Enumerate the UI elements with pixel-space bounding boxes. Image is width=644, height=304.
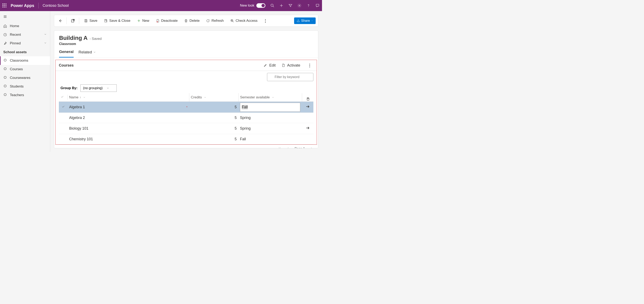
table-row[interactable]: Algebra 1*5Fall <box>59 102 314 113</box>
open-new-window-button[interactable] <box>69 17 76 25</box>
puzzle-icon <box>3 85 7 88</box>
home-icon <box>3 24 7 28</box>
column-header-semester[interactable]: Semester available <box>238 93 302 102</box>
semester-input[interactable]: Fall <box>240 103 300 112</box>
subgrid-activate-button[interactable]: Activate <box>282 63 300 68</box>
chevron-down-icon <box>272 96 274 99</box>
svg-line-1 <box>273 6 274 7</box>
app-launcher-icon[interactable] <box>2 4 6 8</box>
sidebar-item-label: Coursewares <box>10 76 30 80</box>
table-row[interactable]: Biology 1015Spring <box>59 123 314 134</box>
subgrid-edit-button[interactable]: Edit <box>264 63 276 68</box>
check-access-label: Check Access <box>236 19 258 23</box>
row-open-arrow[interactable] <box>302 102 314 113</box>
command-more-button[interactable]: ⋮ <box>262 17 269 25</box>
back-button[interactable] <box>56 17 64 25</box>
tab-related[interactable]: Related <box>78 50 96 58</box>
svg-point-4 <box>299 5 300 6</box>
select-all-header[interactable] <box>59 93 68 102</box>
column-header-credits[interactable]: Credits <box>189 93 238 102</box>
sidebar-item-students[interactable]: Students <box>0 82 50 91</box>
delete-label: Delete <box>190 19 200 23</box>
required-asterisk-icon: * <box>186 106 188 109</box>
cell-credits[interactable]: 5 <box>189 102 238 113</box>
row-checkbox[interactable] <box>59 134 68 144</box>
deactivate-label: Deactivate <box>161 19 178 23</box>
nav-recent[interactable]: Recent <box>0 30 50 39</box>
row-checkbox[interactable] <box>59 102 68 113</box>
nav-home[interactable]: Home <box>0 22 50 30</box>
nav-pinned[interactable]: Pinned <box>0 39 50 48</box>
groupby-select[interactable]: (no grouping) <box>80 84 117 92</box>
new-look-toggle[interactable] <box>256 3 266 8</box>
arrow-right-icon <box>306 105 310 109</box>
sidebar-item-label: Students <box>10 84 24 89</box>
form-title: Building A <box>59 35 88 41</box>
sidebar-item-label: Classrooms <box>10 59 28 63</box>
column-name-label: Name <box>69 95 78 99</box>
cell-semester[interactable]: Spring <box>238 123 302 134</box>
table-row[interactable]: Algebra 25Spring <box>59 113 314 123</box>
subgrid-activate-label: Activate <box>287 63 300 68</box>
table-row[interactable]: Chemistry 1015Fall <box>59 134 314 144</box>
filter-input-wrap <box>267 73 314 81</box>
add-icon[interactable] <box>279 4 284 8</box>
courses-table: Name ↑ Credits <box>59 93 314 144</box>
assistant-icon[interactable] <box>316 4 320 8</box>
document-icon <box>282 63 285 67</box>
sidebar-item-coursewares[interactable]: Coursewares <box>0 74 50 82</box>
cell-credits[interactable]: 5 <box>189 123 238 134</box>
row-open-arrow[interactable] <box>302 123 314 134</box>
filter-icon[interactable] <box>288 4 292 8</box>
column-header-name[interactable]: Name ↑ <box>68 93 189 102</box>
edit-icon <box>264 63 267 67</box>
sidebar-collapse-button[interactable] <box>0 14 50 21</box>
cell-credits[interactable]: 5 <box>189 113 238 123</box>
tab-related-label: Related <box>78 50 92 54</box>
row-checkbox[interactable] <box>59 123 68 134</box>
cell-name[interactable]: Biology 101 <box>68 123 189 134</box>
help-icon[interactable] <box>306 4 310 8</box>
cell-semester[interactable]: Fall <box>238 102 302 113</box>
refresh-button[interactable]: Refresh <box>204 17 226 25</box>
pager-first-icon[interactable] <box>278 147 282 148</box>
sort-asc-icon: ↑ <box>80 96 81 99</box>
command-bar: Save Save & Close New Deactivate Delete … <box>54 15 318 27</box>
check-access-button[interactable]: Check Access <box>228 17 260 25</box>
sidebar-item-teachers[interactable]: Teachers <box>0 91 50 99</box>
cell-credits[interactable]: 5 <box>189 134 238 144</box>
svg-point-5 <box>308 7 309 7</box>
new-button[interactable]: New <box>134 17 152 25</box>
chevron-down-icon <box>44 41 47 45</box>
cell-name[interactable]: Chemistry 101 <box>68 134 189 144</box>
sidebar-item-courses[interactable]: Courses <box>0 65 50 74</box>
filter-input[interactable] <box>267 73 314 81</box>
save-close-button[interactable]: Save & Close <box>102 17 133 25</box>
app-header: Power Apps Contoso School New look <box>0 0 322 11</box>
form-entity-label: Classroom <box>59 42 313 46</box>
subgrid-more-button[interactable]: ⋮ <box>306 61 314 69</box>
share-button[interactable]: Share <box>294 18 316 24</box>
content-area: Save Save & Close New Deactivate Delete … <box>50 11 322 152</box>
pin-icon <box>3 42 7 45</box>
chevron-down-icon <box>311 20 313 22</box>
tab-general-label: General <box>59 50 74 54</box>
tab-general[interactable]: General <box>59 50 74 58</box>
cell-semester[interactable]: Spring <box>238 113 302 123</box>
row-checkbox[interactable] <box>59 113 68 123</box>
save-button[interactable]: Save <box>82 17 100 25</box>
new-look-toggle-group: New look <box>240 3 266 8</box>
svg-rect-20 <box>308 98 308 99</box>
cell-semester[interactable]: Fall <box>238 134 302 144</box>
chevron-down-icon <box>83 96 86 99</box>
save-icon[interactable] <box>306 97 310 101</box>
cell-name[interactable]: Algebra 2 <box>68 113 189 123</box>
pager-prev-icon[interactable] <box>286 147 290 148</box>
delete-button[interactable]: Delete <box>182 17 202 25</box>
settings-icon[interactable] <box>298 4 302 8</box>
search-icon[interactable] <box>270 4 274 8</box>
deactivate-button[interactable]: Deactivate <box>154 17 180 25</box>
cell-name[interactable]: Algebra 1* <box>68 102 189 113</box>
sidebar-item-classrooms[interactable]: Classrooms <box>0 56 50 65</box>
pager-next-icon[interactable] <box>310 147 313 148</box>
